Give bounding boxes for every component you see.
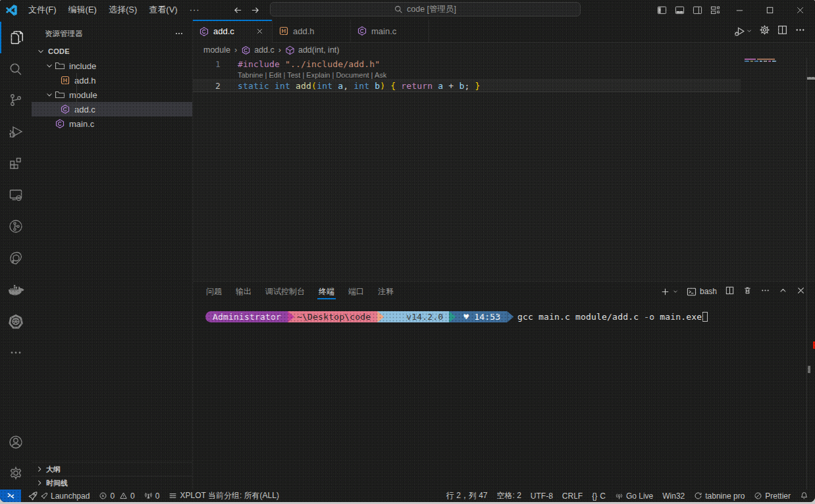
- toggle-sidebar-icon[interactable]: [653, 0, 671, 20]
- powerline-separator: [507, 311, 513, 322]
- run-or-debug-icon[interactable]: [733, 25, 752, 38]
- statusbar-notifications[interactable]: [795, 490, 815, 503]
- kubernetes-icon[interactable]: [0, 305, 32, 337]
- panel-scrollbar[interactable]: [806, 282, 807, 490]
- code-token: ): [380, 81, 385, 91]
- menu-selection[interactable]: 选择(S): [103, 3, 143, 17]
- powerline-separator: [377, 311, 384, 322]
- tree-file-main-c[interactable]: main.c: [32, 116, 192, 131]
- split-terminal-icon[interactable]: [725, 286, 735, 297]
- statusbar-encoding[interactable]: UTF-8: [526, 490, 558, 503]
- maximize-panel-icon[interactable]: [778, 286, 788, 297]
- close-tab-icon[interactable]: [253, 25, 266, 38]
- menu-more[interactable]: ···: [184, 3, 206, 17]
- minimize-button[interactable]: [724, 0, 754, 20]
- code-token: int: [317, 81, 332, 91]
- tree-root-code[interactable]: CODE: [32, 44, 192, 59]
- statusbar-problems[interactable]: 0 0: [94, 490, 139, 503]
- tab-add-h[interactable]: add.h: [273, 20, 351, 43]
- line-number-active: 2: [193, 80, 221, 92]
- panel-tab-terminal[interactable]: 终端: [319, 282, 334, 301]
- statusbar-platform[interactable]: Win32: [658, 490, 689, 503]
- file-tree: CODE include add.h module: [32, 44, 192, 131]
- panel: 问题 输出 调试控制台 终端 端口 注释 bash: [193, 281, 815, 490]
- breadcrumb-file[interactable]: add.c: [254, 45, 275, 55]
- statusbar-language[interactable]: {}C: [587, 490, 610, 503]
- settings-gear-icon[interactable]: [0, 457, 32, 489]
- command-center-search[interactable]: code [管理员]: [270, 2, 581, 16]
- menu-file[interactable]: 文件(F): [22, 3, 63, 17]
- code-editor[interactable]: 1 #include "../include/add.h" Tabnine | …: [193, 58, 815, 281]
- panel-tab-comments[interactable]: 注释: [378, 282, 394, 301]
- statusbar-tabnine[interactable]: tabnine pro: [689, 490, 749, 503]
- remote-indicator[interactable]: [0, 490, 21, 503]
- explorer-icon[interactable]: [0, 22, 32, 53]
- account-icon[interactable]: [0, 426, 32, 458]
- statusbar-indentation[interactable]: 空格: 2: [492, 490, 526, 503]
- minimap[interactable]: [741, 58, 806, 281]
- statusbar-prettier[interactable]: Prettier: [749, 490, 795, 503]
- statusbar-ports[interactable]: 0: [140, 490, 165, 503]
- tree-item-label: module: [69, 90, 97, 100]
- forward-arrow-icon[interactable]: [250, 5, 260, 15]
- tab-add-c[interactable]: add.c: [193, 20, 273, 43]
- explorer-more-actions-icon[interactable]: [174, 28, 184, 40]
- run-debug-icon[interactable]: [0, 116, 32, 147]
- more-actions-icon[interactable]: [795, 24, 806, 38]
- panel-tab-output[interactable]: 输出: [236, 282, 251, 301]
- c-file-icon: [357, 26, 367, 36]
- statusbar-launchpad[interactable]: Launchpad: [24, 490, 94, 503]
- more-views-icon[interactable]: [0, 337, 32, 368]
- minimap-line: [745, 61, 776, 63]
- panel-tab-debug-console[interactable]: 调试控制台: [265, 282, 305, 301]
- statusbar-golive[interactable]: Go Live: [610, 490, 658, 503]
- maximize-button[interactable]: [754, 0, 785, 20]
- gear-icon[interactable]: [759, 24, 770, 38]
- titlebar-right: [653, 0, 815, 20]
- source-control-icon[interactable]: [0, 84, 32, 116]
- close-window-button[interactable]: [785, 0, 815, 20]
- git-graph-icon[interactable]: [0, 211, 32, 242]
- remote-explorer-icon[interactable]: [0, 179, 32, 211]
- split-editor-icon[interactable]: [777, 24, 788, 38]
- terminal[interactable]: Administrator ~\Desktop\code v14.2.0 ♥ 1…: [193, 302, 806, 490]
- line-number: 1: [193, 58, 221, 70]
- extensions-icon[interactable]: [0, 147, 32, 179]
- statusbar-eol[interactable]: CRLF: [558, 490, 587, 503]
- vscode-logo-icon: [6, 5, 17, 16]
- tree-folder-include[interactable]: include: [32, 59, 192, 73]
- breadcrumb-symbol[interactable]: add(int, int): [298, 45, 340, 55]
- close-panel-icon[interactable]: [796, 286, 806, 297]
- panel-more-actions-icon[interactable]: [760, 286, 770, 297]
- tree-folder-module[interactable]: module: [32, 88, 192, 102]
- overview-ruler[interactable]: [806, 58, 815, 281]
- back-arrow-icon[interactable]: [233, 5, 243, 15]
- panel-tab-ports[interactable]: 端口: [348, 282, 364, 301]
- powerline-separator: [449, 311, 456, 322]
- docker-icon[interactable]: [0, 274, 32, 305]
- new-terminal-icon[interactable]: [660, 287, 679, 297]
- tab-main-c[interactable]: main.c: [351, 20, 429, 43]
- toggle-secondary-sidebar-icon[interactable]: [689, 0, 706, 20]
- kill-terminal-icon[interactable]: [743, 286, 752, 297]
- terminal-shell-icon[interactable]: bash: [687, 287, 717, 297]
- code-token: ,: [343, 81, 354, 91]
- toggle-panel-icon[interactable]: [671, 0, 689, 20]
- codelens-tabnine[interactable]: Tabnine | Edit | Test | Explain | Docume…: [238, 70, 386, 80]
- outline-section[interactable]: 大纲: [32, 462, 192, 476]
- prompt-user-segment: Administrator: [205, 311, 288, 322]
- search-icon[interactable]: [0, 53, 32, 85]
- tree-file-add-h[interactable]: add.h: [32, 73, 192, 88]
- statusbar-xplot[interactable]: XPLOT 当前分组: 所有(ALL): [164, 490, 283, 503]
- customize-layout-icon[interactable]: [706, 0, 724, 20]
- menu-view[interactable]: 查看(V): [143, 3, 183, 17]
- panel-tab-problems[interactable]: 问题: [206, 282, 222, 301]
- timeline-section[interactable]: 时间线: [32, 476, 192, 490]
- tool-extension-icon[interactable]: [0, 242, 32, 274]
- tabbar-empty-space: [429, 20, 815, 43]
- statusbar-line-col[interactable]: 行 2，列 47: [442, 490, 492, 503]
- prompt-time: 14:53: [474, 312, 500, 322]
- breadcrumb-folder[interactable]: module: [203, 45, 230, 55]
- menu-edit[interactable]: 编辑(E): [63, 3, 103, 17]
- tree-file-add-c[interactable]: add.c: [32, 102, 192, 116]
